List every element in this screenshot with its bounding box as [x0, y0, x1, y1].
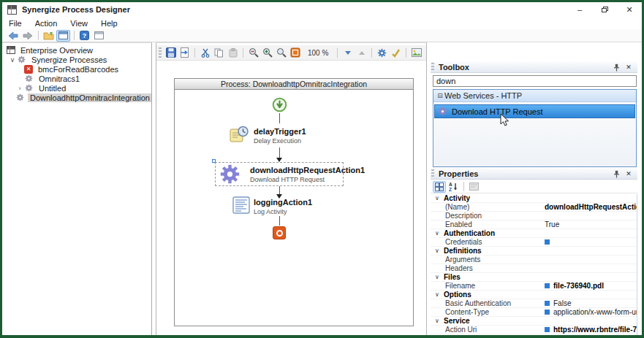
tree-item-label: DownloadhttpOmnitracIntegration [28, 93, 152, 102]
menu-item-help[interactable]: Help [94, 18, 124, 28]
pin-icon[interactable] [611, 169, 621, 179]
export-image-icon[interactable] [409, 46, 423, 59]
node-name[interactable]: loggingAction1 [254, 198, 312, 207]
design-canvas[interactable]: Process: DownloadhttpOmnitracIntegration… [156, 61, 426, 335]
toolbox-item[interactable]: Download HTTP Request [434, 104, 635, 118]
tree-expander-icon[interactable]: › [15, 85, 24, 92]
end-node[interactable] [273, 226, 286, 239]
menu-bar: FileActionViewHelp [2, 17, 642, 29]
property-value[interactable]: False [545, 299, 637, 307]
property-row[interactable]: EnabledTrue [431, 220, 637, 229]
panel-grip[interactable] [431, 63, 434, 71]
tree-item[interactable]: ✕bmcForReadBarcodes [2, 64, 151, 74]
property-name[interactable]: Headers [431, 264, 545, 272]
property-name[interactable]: Enabled [431, 220, 545, 228]
binding-chip-icon [545, 283, 550, 288]
property-name[interactable]: Description [431, 212, 545, 220]
property-value[interactable] [545, 239, 637, 245]
property-name[interactable]: Content-Type [431, 308, 545, 316]
property-row[interactable]: (Name)downloadHttpRequestAction1 [431, 203, 637, 212]
tree-item[interactable]: ∨Synergize Processes [2, 55, 151, 64]
start-node[interactable] [272, 97, 287, 114]
zoom-level[interactable]: 100 % [302, 49, 334, 57]
paste-icon[interactable] [226, 46, 240, 59]
property-category-row[interactable]: ∨Activity [431, 194, 637, 203]
property-category-row[interactable]: ∨Options [431, 291, 637, 299]
property-row[interactable]: Arguments [431, 256, 637, 264]
menu-item-action[interactable]: Action [29, 18, 64, 28]
property-row[interactable]: Filenamefile-736940.pdl [431, 282, 637, 291]
settings-gear-icon[interactable] [375, 46, 389, 59]
property-name[interactable]: Arguments [431, 256, 545, 264]
export-process-icon[interactable] [178, 46, 192, 59]
tree-item[interactable]: DownloadhttpOmnitracIntegration [2, 93, 151, 102]
pin-icon[interactable] [611, 62, 621, 72]
property-name[interactable]: (Name) [431, 203, 545, 211]
property-name[interactable]: Filename [431, 282, 545, 290]
node-name[interactable]: downloadHttpRequestAction1 [250, 166, 365, 174]
open-process-icon[interactable] [42, 30, 56, 42]
property-name[interactable]: Action Uri [431, 326, 545, 334]
property-value[interactable]: https://www.rbntre/file-736940.pdf [545, 326, 637, 334]
navigate-forward-icon[interactable] [20, 30, 34, 42]
selection-handle[interactable] [212, 159, 216, 163]
gear-icon [438, 107, 447, 116]
tree-item[interactable]: Omnitracs1 [2, 74, 151, 83]
navigate-back-icon[interactable] [6, 30, 20, 42]
save-icon[interactable] [164, 46, 178, 59]
menu-item-view[interactable]: View [64, 18, 94, 28]
property-value[interactable]: True [545, 220, 637, 228]
property-category-row[interactable]: ∨Service [431, 317, 637, 326]
property-category-row[interactable]: ∨Definitions [431, 247, 637, 256]
property-name[interactable]: Credentials [431, 238, 545, 246]
restore-button[interactable] [592, 2, 617, 17]
property-row[interactable]: Action Urihttps://www.rbntre/file-736940… [431, 326, 637, 334]
property-row[interactable]: Credentials [431, 238, 637, 247]
delay-node-icon[interactable] [230, 126, 249, 145]
toolbar-grip[interactable] [159, 47, 162, 58]
property-value[interactable]: downloadHttpRequestAction1 [545, 203, 637, 211]
close-icon[interactable]: ✕ [624, 62, 634, 72]
logging-node-icon[interactable] [232, 196, 250, 215]
tree-item[interactable]: Enterprise Overview [2, 45, 151, 55]
copy-icon[interactable] [212, 46, 226, 59]
zoom-out-icon[interactable] [246, 46, 260, 59]
download-node-icon[interactable] [219, 164, 240, 186]
down-arrow-icon[interactable] [341, 46, 355, 59]
alphabetical-sort-icon[interactable]: AZ [447, 181, 460, 193]
property-row[interactable]: Basic AuthenticationFalse [431, 299, 637, 308]
designer-panel-icon[interactable] [56, 30, 70, 42]
categorized-view-icon[interactable] [433, 181, 446, 193]
tree-item-label: Untitled [37, 84, 68, 93]
cut-icon[interactable] [198, 46, 212, 59]
up-arrow-icon[interactable] [355, 46, 368, 59]
panel-grip[interactable] [431, 169, 434, 177]
zoom-in-icon[interactable] [260, 46, 274, 59]
app-icon [7, 5, 17, 15]
close-button[interactable]: ✕ [617, 2, 642, 17]
zoom-reset-icon[interactable] [274, 46, 288, 59]
node-name[interactable]: delayTrigger1 [254, 127, 306, 136]
binding-chip-icon [545, 310, 550, 315]
property-category-row[interactable]: ∨Files [431, 273, 637, 282]
validate-icon[interactable] [389, 46, 403, 59]
property-row[interactable]: Headers [431, 264, 637, 273]
minimize-button[interactable]: – [567, 2, 592, 17]
property-value[interactable]: file-736940.pdl [545, 282, 637, 290]
tree-item-label: Omnitracs1 [37, 74, 82, 83]
tree-item[interactable]: ›Untitled [2, 83, 151, 93]
property-value[interactable]: application/x-www-form-urlencoded [545, 308, 637, 316]
property-category-row[interactable]: ∨Authentication [431, 229, 637, 238]
zoom-fit-icon[interactable] [288, 46, 302, 59]
menu-item-file[interactable]: File [2, 18, 29, 28]
preview-panel-icon[interactable] [92, 30, 106, 42]
property-name[interactable]: Basic Authentication [431, 299, 545, 307]
property-row[interactable]: Content-Typeapplication/x-www-form-urlen… [431, 308, 637, 317]
toolbox-search-input[interactable] [433, 75, 637, 87]
property-pages-icon[interactable] [467, 181, 480, 193]
tree-expander-icon[interactable]: ∨ [8, 56, 17, 64]
close-icon[interactable]: ✕ [624, 169, 634, 179]
property-row[interactable]: Description [431, 212, 637, 220]
help-icon[interactable]: ? [77, 30, 91, 42]
toolbox-group-header[interactable]: ⊟Web Services - HTTP [433, 90, 636, 102]
